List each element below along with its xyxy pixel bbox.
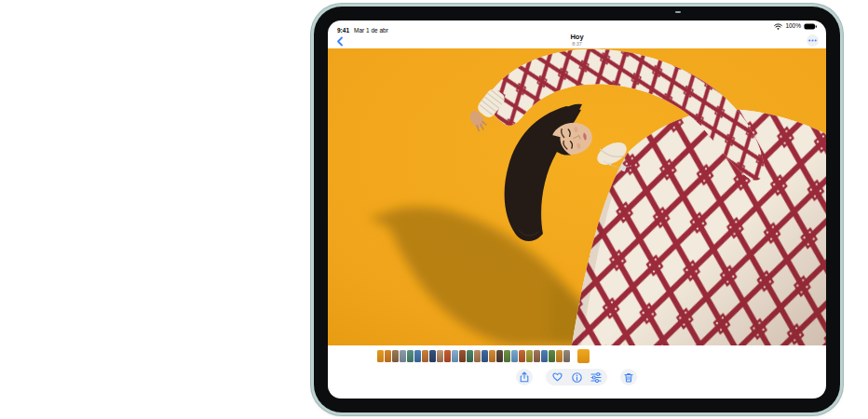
filmstrip-thumbnail[interactable] <box>400 350 406 362</box>
filmstrip-thumbnail[interactable] <box>414 350 421 362</box>
filmstrip-thumbnail[interactable] <box>496 350 503 362</box>
wifi-icon <box>774 20 782 34</box>
status-bar: 9:41 Mar 1 de abr 100% <box>328 20 826 34</box>
filmstrip-thumbnail[interactable] <box>467 350 473 362</box>
filmstrip-thumbnail[interactable] <box>511 350 518 362</box>
photo-viewer[interactable] <box>328 48 826 345</box>
heart-icon <box>552 372 563 382</box>
ellipsis-icon <box>808 39 817 42</box>
filmstrip-thumbnail[interactable] <box>459 350 466 362</box>
actions-capsule <box>546 369 607 385</box>
filmstrip-thumbnail[interactable] <box>519 350 525 362</box>
more-button[interactable] <box>807 34 819 47</box>
bottom-toolbar <box>328 368 826 388</box>
status-date: Mar 1 de abr <box>354 27 388 34</box>
ipad-device: 9:41 Mar 1 de abr 100% <box>314 7 840 412</box>
filmstrip-thumbnail[interactable] <box>489 350 495 362</box>
adjust-button[interactable] <box>589 370 604 385</box>
share-icon <box>520 372 529 383</box>
nav-bar: Hoy 8:37 <box>328 34 826 48</box>
filmstrip-thumbnail[interactable] <box>422 350 428 362</box>
battery-icon <box>804 20 817 34</box>
filmstrip-thumbnail-selected[interactable] <box>577 349 590 363</box>
delete-button[interactable] <box>620 369 637 385</box>
front-camera <box>675 11 681 13</box>
filmstrip-thumbnail[interactable] <box>407 350 414 362</box>
info-icon <box>572 372 582 383</box>
filmstrip-thumbnail[interactable] <box>437 350 443 362</box>
status-time: 9:41 <box>337 27 349 34</box>
share-button[interactable] <box>516 369 533 385</box>
filmstrip-thumbnail[interactable] <box>556 350 563 362</box>
filmstrip-thumbnail[interactable] <box>392 350 399 362</box>
filmstrip-thumbnail[interactable] <box>541 350 548 362</box>
filmstrip-thumbnail[interactable] <box>429 350 436 362</box>
filmstrip-thumbnail[interactable] <box>385 350 391 362</box>
battery-percent: 100% <box>785 22 801 29</box>
filmstrip-thumbnail[interactable] <box>452 350 458 362</box>
filmstrip-thumbnail[interactable] <box>526 350 533 362</box>
ipad-screen: 9:41 Mar 1 de abr 100% <box>328 20 826 399</box>
filmstrip-thumbnail[interactable] <box>504 350 510 362</box>
favorite-button[interactable] <box>550 370 565 385</box>
sliders-icon <box>590 372 602 383</box>
filmstrip-thumbnail[interactable] <box>534 350 540 362</box>
page-title: Hoy <box>328 34 826 41</box>
info-button[interactable] <box>569 370 584 385</box>
filmstrip <box>377 348 590 363</box>
filmstrip-thumbnail[interactable] <box>377 350 384 362</box>
trash-icon <box>624 372 633 383</box>
filmstrip-thumbnail[interactable] <box>474 350 481 362</box>
page-subtitle: 8:37 <box>328 41 826 47</box>
filmstrip-thumbnail[interactable] <box>481 350 488 362</box>
photo-image <box>328 48 826 345</box>
nav-title-group: Hoy 8:37 <box>328 34 826 47</box>
filmstrip-thumbnail[interactable] <box>444 350 451 362</box>
filmstrip-thumbnail[interactable] <box>549 350 555 362</box>
filmstrip-thumbnail[interactable] <box>563 350 570 362</box>
